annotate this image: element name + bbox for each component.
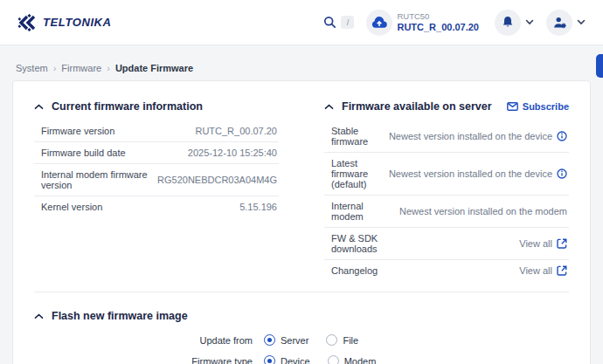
view-all-label: View all (519, 265, 552, 276)
user-menu[interactable] (546, 10, 586, 36)
radio-server[interactable] (264, 334, 275, 346)
rms-cloud-button[interactable] (366, 10, 392, 36)
row-label: Internal modem firmware version (34, 164, 150, 196)
search-icon (323, 16, 336, 29)
flash-section-title: Flash new firmware image (52, 310, 188, 322)
row-value: 5.15.196 (150, 196, 279, 218)
collapse-chevron-up-icon (34, 104, 44, 110)
table-row: Kernel version 5.15.196 (34, 196, 279, 218)
device-model: RUTC50 (397, 11, 479, 22)
current-firmware-header[interactable]: Current firmware information (34, 100, 203, 113)
cloud-upload-icon (371, 17, 387, 29)
external-link-icon (557, 265, 567, 276)
row-value: Newest version installed on the device (389, 131, 552, 141)
subscribe-label: Subscribe (523, 101, 569, 112)
collapse-chevron-up-icon (324, 104, 334, 110)
table-row: FW & SDK downloads View all (324, 228, 569, 260)
view-all-label: View all (519, 238, 552, 249)
user-button[interactable] (546, 10, 572, 36)
server-firmware-title: Firmware available on server (342, 100, 492, 113)
row-label: Firmware build date (34, 142, 150, 164)
radio-modem-label[interactable]: Modem (344, 356, 377, 364)
search-shortcut-hint: / (341, 16, 354, 29)
row-label: Firmware version (34, 120, 150, 142)
update-from-radio-group: Server File (264, 334, 569, 346)
info-icon[interactable] (557, 168, 567, 179)
table-row: Stable firmware Newest version installed… (324, 120, 569, 153)
row-label: Internal modem (324, 196, 382, 228)
table-row: Latest firmware (default) Newest version… (324, 153, 569, 196)
subscribe-link[interactable]: Subscribe (507, 101, 569, 112)
collapse-chevron-up-icon (34, 313, 44, 319)
breadcrumb: System › Firmware › Update Firmware (16, 63, 587, 73)
row-label: Latest firmware (default) (324, 153, 382, 196)
user-settings-icon (553, 17, 566, 29)
row-label: Kernel version (34, 196, 150, 218)
radio-device[interactable] (264, 355, 275, 364)
firmware-type-radio-group: Device Modem (264, 355, 569, 364)
flash-form: Update from Server File Firmware type (34, 334, 569, 364)
row-label: FW & SDK downloads (324, 228, 382, 260)
row-value: Newest version installed on the device (389, 168, 552, 179)
update-from-label: Update from (34, 335, 253, 346)
breadcrumb-update-firmware: Update Firmware (115, 63, 193, 73)
info-icon[interactable] (557, 131, 567, 141)
teltonika-logo[interactable]: TELTONIKA (17, 14, 112, 31)
row-value: Newest version installed on the modem (399, 206, 567, 216)
radio-option-server[interactable]: Server (264, 334, 308, 346)
table-row: Internal modem firmware version RG520NEB… (34, 164, 279, 196)
notifications-menu[interactable] (495, 10, 534, 36)
row-value: RG520NEBDCR03A04M4G (150, 164, 279, 196)
server-firmware-header[interactable]: Firmware available on server (324, 100, 492, 113)
table-row: Firmware version RUTC_R_00.07.20 (34, 120, 279, 142)
server-firmware-section: Firmware available on server Subscribe S… (324, 100, 569, 281)
external-link-icon (557, 238, 567, 249)
row-value: 2025-12-10 15:25:40 (150, 142, 279, 164)
search-button[interactable]: / (323, 16, 354, 29)
bell-icon (502, 16, 514, 29)
breadcrumb-separator: › (53, 63, 57, 73)
chevron-down-icon[interactable] (577, 19, 586, 25)
side-panel-tab[interactable] (596, 54, 603, 78)
view-all-link[interactable]: View all (519, 238, 567, 249)
radio-modem[interactable] (328, 355, 339, 364)
bell-button[interactable] (495, 10, 521, 36)
radio-file-label[interactable]: File (343, 335, 358, 346)
view-all-link[interactable]: View all (519, 265, 567, 276)
chevron-down-icon[interactable] (525, 19, 534, 25)
breadcrumb-separator: › (107, 63, 110, 73)
row-value: RUTC_R_00.07.20 (150, 120, 279, 142)
section-divider (34, 292, 569, 292)
radio-option-modem[interactable]: Modem (328, 355, 377, 364)
current-firmware-section: Current firmware information Firmware ve… (34, 100, 279, 281)
teltonika-logo-icon (17, 14, 38, 31)
teltonika-logo-text: TELTONIKA (43, 16, 112, 29)
table-row: Internal modem Newest version installed … (324, 196, 569, 228)
breadcrumb-system[interactable]: System (16, 63, 48, 73)
table-row: Firmware build date 2025-12-10 15:25:40 (34, 142, 279, 164)
breadcrumb-firmware[interactable]: Firmware (61, 63, 101, 73)
radio-option-device[interactable]: Device (264, 355, 310, 364)
row-label: Changelog (324, 260, 382, 282)
radio-device-label[interactable]: Device (281, 356, 310, 364)
firmware-type-label: Firmware type (34, 356, 253, 364)
device-firmware-version: RUTC_R_00.07.20 (397, 22, 479, 34)
radio-file[interactable] (326, 334, 337, 346)
mail-icon (507, 102, 518, 111)
device-info: RUTC50 RUTC_R_00.07.20 (397, 11, 479, 34)
firmware-card: Current firmware information Firmware ve… (12, 80, 591, 364)
top-header: TELTONIKA / RUTC50 RUTC_R_00.07. (0, 0, 603, 45)
radio-server-label[interactable]: Server (281, 335, 308, 346)
row-label: Stable firmware (324, 120, 382, 153)
flash-section-header[interactable]: Flash new firmware image (34, 310, 569, 322)
current-firmware-title: Current firmware information (52, 100, 203, 113)
radio-option-file[interactable]: File (326, 334, 358, 346)
table-row: Changelog View all (324, 260, 569, 282)
